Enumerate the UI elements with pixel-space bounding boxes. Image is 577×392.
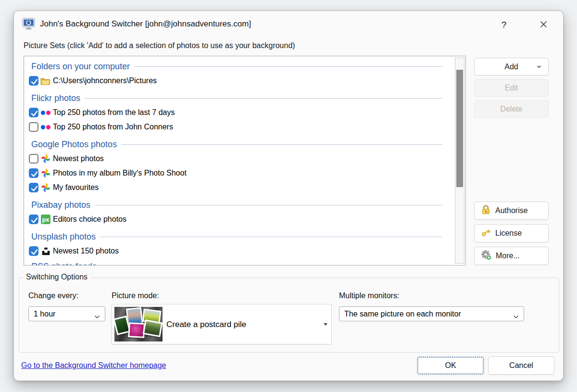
switching-options-group: Switching Options Change every: 1 hour P… [19, 278, 559, 353]
section-divider [121, 144, 442, 145]
folder-icon [40, 76, 51, 86]
item-label: Newest 150 photos [53, 247, 119, 255]
section-header-flickr: Flickr photos [24, 91, 456, 105]
picture-sets-list[interactable]: Folders on your computer C:\Users\johnco… [24, 56, 466, 266]
key-icon [480, 227, 491, 240]
authorise-button[interactable]: Authorise [474, 202, 549, 220]
flickr-icon [40, 122, 51, 132]
checkbox[interactable] [29, 168, 38, 178]
padlock-icon [480, 204, 491, 217]
multiple-monitors-select[interactable]: The same picture on each monitor [339, 306, 524, 321]
switching-options-label: Switching Options [23, 273, 90, 281]
change-every-value: 1 hour [34, 310, 55, 318]
section-header-unsplash: Unsplash photos [24, 229, 456, 244]
scrollbar-thumb[interactable] [456, 70, 463, 187]
item-label: My favourites [53, 183, 99, 192]
section-divider [85, 98, 442, 99]
license-button-label: License [495, 229, 522, 238]
section-divider [134, 66, 442, 67]
item-label: Top 250 photos from the last 7 days [53, 108, 175, 117]
section-title: Pixabay photos [31, 200, 90, 210]
unsplash-icon [40, 246, 51, 256]
gear-plus-icon [480, 249, 492, 263]
cancel-button[interactable]: Cancel [488, 356, 554, 375]
section-title: Google Photos photos [31, 139, 117, 150]
picture-mode-label: Picture mode: [112, 291, 159, 300]
chevron-down-icon [513, 312, 519, 316]
change-every-select[interactable]: 1 hour [28, 306, 105, 321]
list-item[interactable]: Top 250 photos from John Conners [24, 120, 456, 134]
close-button[interactable] [533, 15, 553, 35]
picture-mode-select[interactable]: Create a postcard pile [112, 304, 332, 344]
item-label: C:\Users\johnconners\Pictures [53, 76, 157, 85]
app-icon [22, 18, 35, 30]
section-header-rss: RSS photo feeds [24, 259, 456, 266]
picture-mode-caret-icon [324, 323, 327, 326]
background-switcher-dialog: John's Background Switcher [john@johnsad… [13, 11, 564, 381]
checkbox[interactable] [29, 215, 38, 224]
section-divider [95, 205, 442, 205]
item-label: Photos in my album Billy's Photo Shoot [53, 169, 187, 177]
ok-button[interactable]: OK [417, 356, 484, 375]
help-icon: ? [502, 20, 507, 30]
more-button[interactable]: More... [474, 247, 549, 265]
checkbox[interactable] [29, 183, 38, 192]
cancel-button-label: Cancel [509, 361, 533, 370]
list-item[interactable]: Top 250 photos from the last 7 days [24, 105, 456, 120]
picture-mode-value: Create a postcard pile [166, 304, 246, 345]
checkbox[interactable] [29, 108, 38, 117]
checkbox[interactable] [29, 76, 38, 86]
section-header-folders: Folders on your computer [24, 59, 456, 74]
section-title: RSS photo feeds [31, 262, 97, 266]
screen: John's Background Switcher [john@johnsad… [0, 0, 577, 392]
delete-button-label: Delete [500, 105, 522, 114]
google-photos-icon [40, 182, 51, 193]
window-title: John's Background Switcher [john@johnsad… [40, 19, 251, 29]
item-label: Newest photos [53, 154, 104, 163]
multiple-monitors-value: The same picture on each monitor [344, 310, 461, 318]
item-label: Editors choice photos [53, 215, 126, 224]
checkbox[interactable] [29, 122, 38, 132]
checkbox[interactable] [29, 154, 38, 164]
more-button-label: More... [496, 252, 520, 260]
pixabay-icon: px [40, 214, 51, 225]
authorise-button-label: Authorise [495, 206, 528, 215]
section-title: Unsplash photos [31, 232, 96, 242]
postcard-pile-thumbnail [114, 307, 163, 341]
list-item[interactable]: Photos in my album Billy's Photo Shoot [24, 166, 456, 180]
list-item[interactable]: Newest photos [24, 152, 456, 166]
item-label: Top 250 photos from John Conners [53, 123, 173, 131]
list-item[interactable]: Newest 150 photos [24, 244, 456, 258]
list-item[interactable]: px Editors choice photos [24, 212, 456, 227]
titlebar: John's Background Switcher [john@johnsad… [14, 11, 563, 39]
section-divider [100, 237, 442, 237]
edit-button-label: Edit [505, 84, 518, 92]
section-title: Folders on your computer [31, 62, 130, 72]
picture-sets-label: Picture Sets (click 'Add' to add a selec… [24, 41, 295, 50]
chevron-down-icon [94, 312, 100, 316]
multiple-monitors-label: Multiple monitors: [339, 291, 399, 300]
checkbox[interactable] [29, 246, 38, 256]
ok-button-label: OK [445, 361, 456, 370]
google-photos-icon [40, 168, 51, 178]
section-header-google-photos: Google Photos photos [24, 137, 456, 152]
add-button[interactable]: Add [474, 58, 549, 76]
license-button[interactable]: License [474, 224, 549, 242]
add-button-label: Add [504, 63, 518, 71]
delete-button[interactable]: Delete [474, 100, 549, 118]
help-button[interactable]: ? [494, 15, 514, 35]
list-item[interactable]: C:\Users\johnconners\Pictures [24, 74, 456, 88]
add-dropdown-caret-icon[interactable] [537, 66, 541, 68]
edit-button[interactable]: Edit [474, 79, 549, 97]
change-every-label: Change every: [28, 291, 78, 300]
flickr-icon [40, 107, 51, 118]
list-item[interactable]: My favourites [24, 180, 456, 195]
section-header-pixabay: Pixabay photos [24, 198, 456, 212]
scrollbar[interactable] [455, 58, 464, 264]
section-title: Flickr photos [31, 93, 80, 103]
picture-sets-list-content: Folders on your computer C:\Users\johnco… [24, 56, 456, 266]
homepage-link[interactable]: Go to the Background Switcher homepage [21, 361, 166, 370]
close-icon [540, 21, 547, 30]
google-photos-icon [40, 153, 51, 164]
